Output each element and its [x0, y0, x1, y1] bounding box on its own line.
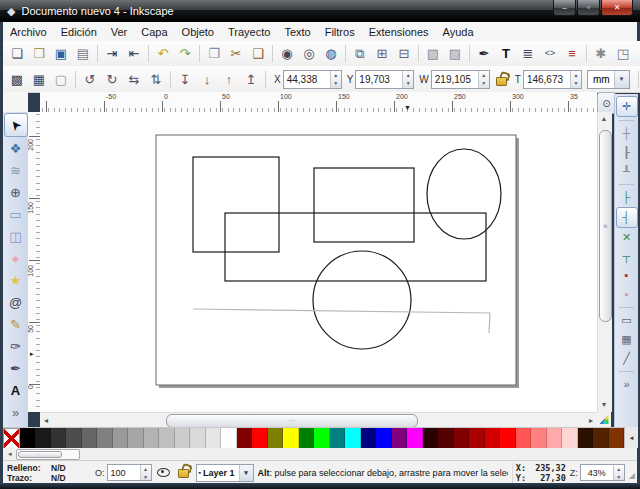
palette-swatch-30[interactable] [469, 428, 485, 449]
spiral-tool-button[interactable]: @ [5, 291, 27, 313]
redo-button[interactable]: ↷ [174, 43, 196, 65]
snap-rotation-center-button[interactable]: ◦ [617, 285, 637, 304]
y-spin-up-icon[interactable]: ▲ [403, 71, 413, 80]
unit-dropdown[interactable]: mm ▾ [587, 70, 630, 89]
toolbox-overflow-button[interactable]: » [5, 401, 27, 423]
x-spin-down-icon[interactable]: ▼ [331, 79, 341, 88]
height-spin-down-icon[interactable]: ▼ [571, 79, 581, 88]
snap-page-border-button[interactable]: ▭ [617, 311, 637, 330]
zoom-spin-down-icon[interactable]: ▼ [614, 473, 624, 481]
export-document-button[interactable]: ⇤ [123, 43, 145, 65]
menu-item-5[interactable]: Trayecto [221, 24, 277, 40]
fill-value[interactable]: N/D [51, 463, 66, 473]
x-value[interactable]: 44,338 [284, 71, 330, 88]
canvas[interactable] [40, 112, 597, 412]
rectangle-tool-button[interactable]: ▭ [5, 203, 27, 225]
layer-dropdown-arrow-icon[interactable]: ▾ [239, 465, 253, 481]
zoom-value[interactable]: 43% [581, 465, 613, 480]
palette-swatch-35[interactable] [547, 428, 563, 449]
unlink-clone-button[interactable]: ⊟ [393, 43, 415, 65]
palette-swatch-26[interactable] [407, 428, 423, 449]
opacity-value[interactable]: 100 [108, 465, 140, 480]
snap-paths-button[interactable]: ┤ [616, 207, 638, 228]
horizontal-scrollbar[interactable]: ◂ ⋯ ▸ [40, 412, 597, 428]
snap-guides-button[interactable]: ╱ [617, 349, 637, 368]
palette-swatch-6[interactable] [97, 428, 113, 449]
node-tool-button[interactable]: ❖ [5, 137, 27, 159]
fill-stroke-indicator[interactable]: Relleno:N/D Trazo:N/D [7, 463, 93, 483]
palette-swatch-none[interactable] [3, 428, 20, 449]
lower-to-bottom-button[interactable]: ↧ [174, 68, 196, 90]
scroll-left-icon[interactable]: ◂ [44, 417, 48, 425]
lower-button[interactable]: ↓ [196, 68, 218, 90]
layers-dialog-button[interactable]: ≣ [517, 43, 539, 65]
zoom-drawing-button[interactable]: ◉ [276, 43, 298, 65]
raise-to-top-button[interactable]: ↥ [240, 68, 262, 90]
menu-item-3[interactable]: Capa [134, 24, 174, 40]
palette-swatch-32[interactable] [500, 428, 516, 449]
open-document-button[interactable]: ❒ [28, 43, 50, 65]
group-objects-button[interactable]: ▧ [422, 43, 444, 65]
xml-editor-button[interactable]: <> [539, 43, 561, 65]
deselect-button[interactable]: ▢ [50, 68, 72, 90]
inkscape-preferences-button[interactable]: ✱ [590, 43, 612, 65]
palette-scrollbar-thumb[interactable]: ⋯ [18, 451, 62, 458]
undo-button[interactable]: ↶ [152, 43, 174, 65]
palette-swatch-2[interactable] [35, 428, 51, 449]
snap-object-centers-button[interactable]: ▪ [617, 266, 637, 285]
palette-swatch-24[interactable] [376, 428, 392, 449]
palette-swatch-20[interactable] [314, 428, 330, 449]
snap-enable-button[interactable]: ✛ [616, 96, 638, 117]
ellipse-tool-button[interactable]: ● [5, 247, 27, 269]
pen-tool-button[interactable]: ✑ [5, 335, 27, 357]
palette-swatch-17[interactable] [268, 428, 284, 449]
color-managed-display-toggle[interactable] [597, 412, 611, 427]
palette-swatch-5[interactable] [82, 428, 98, 449]
width-spin-up-icon[interactable]: ▲ [479, 71, 489, 80]
height-spinbox[interactable]: 146,673 ▲▼ [523, 70, 582, 89]
select-all-button[interactable]: ▩ [6, 68, 28, 90]
palette-swatch-4[interactable] [66, 428, 82, 449]
snap-path-intersections-button[interactable]: ✕ [617, 228, 637, 247]
y-value[interactable]: 19,703 [356, 71, 402, 88]
menu-item-4[interactable]: Objeto [175, 24, 221, 40]
scroll-up-icon[interactable]: ▴ [602, 115, 606, 123]
opacity-spinbox[interactable]: 100 ▲▼ [107, 464, 152, 481]
align-dialog-button[interactable]: ≡ [561, 43, 583, 65]
height-spinner[interactable]: ▲▼ [570, 71, 581, 88]
zoom-spin-up-icon[interactable]: ▲ [614, 465, 624, 473]
palette-swatch-22[interactable] [345, 428, 361, 449]
palette-swatch-13[interactable] [206, 428, 222, 449]
palette-swatch-11[interactable] [175, 428, 191, 449]
palette-swatch-15[interactable] [237, 428, 253, 449]
palette-swatch-16[interactable] [252, 428, 268, 449]
zoom-tool-button[interactable]: ⊕ [5, 181, 27, 203]
width-spin-down-icon[interactable]: ▼ [479, 79, 489, 88]
scroll-right-icon[interactable]: ▸ [589, 417, 593, 425]
save-document-button[interactable]: ▣ [50, 43, 72, 65]
snap-nodes-button[interactable]: ├ [617, 188, 637, 207]
zoom-spinner[interactable]: ▲▼ [613, 465, 624, 480]
opacity-spinner[interactable]: ▲▼ [140, 465, 151, 480]
opacity-spin-down-icon[interactable]: ▼ [141, 473, 151, 481]
copy-button[interactable]: ❐ [203, 43, 225, 65]
vertical-scrollbar[interactable]: ▴ ≡ ▾ [597, 112, 612, 412]
page-border[interactable] [156, 135, 516, 385]
document-properties-button[interactable]: ◳ [612, 43, 634, 65]
palette-swatch-12[interactable] [190, 428, 206, 449]
palette-swatch-39[interactable] [609, 428, 625, 449]
height-value[interactable]: 146,673 [524, 71, 570, 88]
menu-item-7[interactable]: Filtros [318, 24, 362, 40]
y-spinner[interactable]: ▲▼ [402, 71, 413, 88]
palette-swatch-27[interactable] [423, 428, 439, 449]
zoom-spinbox[interactable]: 43% ▲▼ [580, 464, 625, 481]
pencil-tool-button[interactable]: ✎ [5, 313, 27, 335]
3dbox-tool-button[interactable]: ◫ [5, 225, 27, 247]
palette-swatch-7[interactable] [113, 428, 129, 449]
paste-button[interactable]: ❑ [247, 43, 269, 65]
fill-stroke-dialog-button[interactable]: ✒ [473, 43, 495, 65]
text-dialog-button[interactable]: T [495, 43, 517, 65]
snap-bbox-button[interactable]: ┼ [617, 124, 637, 143]
ungroup-objects-button[interactable]: ▨ [444, 43, 466, 65]
palette-swatch-8[interactable] [128, 428, 144, 449]
